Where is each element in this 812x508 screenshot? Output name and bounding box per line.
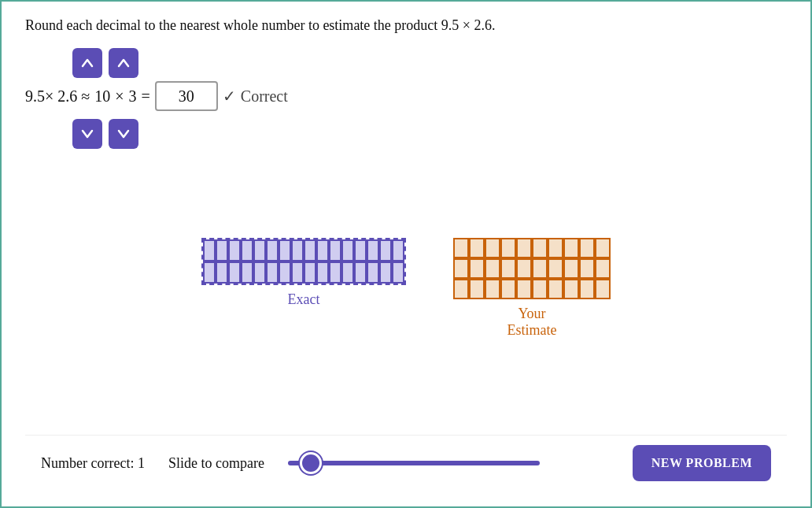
main-container: Round each decimal to the nearest whole … [2,2,810,506]
correct-text: Correct [241,87,288,106]
estimate-cell [548,279,563,299]
estimate-cell [532,279,548,299]
estimate-cell [579,238,595,258]
equals-symbol: = [142,87,150,106]
exact-cell [253,239,266,261]
estimate-cell [453,279,469,299]
down-btn-1[interactable] [72,119,102,149]
down-btn-2[interactable] [109,119,138,149]
new-problem-button[interactable]: NEW PROBLEM [633,445,771,481]
equation-left: 9.5× 2.6 ≈ [25,87,90,106]
value1: 10 [94,87,110,106]
equation-row: 9.5× 2.6 ≈ 10 × 3 = ✓ Correct [25,81,787,111]
down-buttons-row [72,119,787,149]
exact-cell [253,261,266,284]
exact-cell [316,239,329,261]
estimate-cell [579,279,595,299]
estimate-label: YourEstimate [507,306,557,339]
exact-cell [341,261,354,284]
answer-input[interactable] [155,81,218,111]
exact-cell [379,261,392,284]
estimate-cell [548,238,563,258]
estimate-cell [516,279,532,299]
estimate-grid [453,238,611,299]
question-text: Round each decimal to the nearest whole … [25,17,787,34]
exact-grid [201,238,406,285]
exact-cell [203,261,216,284]
up-btn-1[interactable] [72,48,102,78]
exact-cell [203,239,216,261]
exact-cell [304,261,316,284]
exact-cell [316,261,329,284]
estimate-cell [469,238,485,258]
estimate-cell [500,258,516,279]
compare-slider[interactable] [288,461,540,465]
exact-cell [291,239,304,261]
exact-cell [216,239,228,261]
estimate-cell [595,258,611,279]
estimate-cell [595,279,611,299]
exact-cell [341,239,354,261]
estimate-cell [500,238,516,258]
correct-label: ✓ Correct [223,87,288,106]
up-btn-2[interactable] [109,48,138,78]
exact-cell [279,261,291,284]
exact-cell [354,261,367,284]
exact-grid-container: Exact [201,238,406,308]
exact-cell [354,239,367,261]
exact-cell [216,261,228,284]
exact-cell [304,239,316,261]
exact-cell [379,239,392,261]
exact-label: Exact [288,291,320,308]
exact-cell [392,239,404,261]
exact-cell [329,239,341,261]
exact-cell [367,261,379,284]
estimate-cell [485,258,500,279]
times-symbol: × [115,87,124,106]
estimate-cell [500,279,516,299]
estimate-cell [563,279,579,299]
estimate-cell [453,258,469,279]
value2: 3 [129,87,137,106]
exact-cell [329,261,341,284]
bottom-bar: Number correct: 1 Slide to compare NEW P… [25,435,787,491]
checkmark-icon: ✓ [223,87,236,106]
estimate-cell [563,238,579,258]
estimate-cell [485,279,500,299]
estimate-cell [563,258,579,279]
number-correct: Number correct: 1 [41,455,145,472]
up-buttons-row [72,48,787,78]
estimate-cell [532,238,548,258]
estimate-cell [453,238,469,258]
estimate-cell [469,258,485,279]
exact-cell [392,261,404,284]
estimate-cell [548,258,563,279]
estimate-cell [469,279,485,299]
exact-cell [279,239,291,261]
exact-cell [266,239,279,261]
estimate-cell [532,258,548,279]
exact-cell [228,261,241,284]
slide-label: Slide to compare [168,455,264,472]
estimate-cell [485,238,500,258]
exact-cell [266,261,279,284]
exact-cell [367,239,379,261]
estimate-cell [579,258,595,279]
exact-cell [291,261,304,284]
estimate-cell [516,258,532,279]
estimate-cell [516,238,532,258]
grids-section: Exact YourEstimate [25,222,787,339]
estimate-grid-container: YourEstimate [453,238,611,339]
exact-cell [241,239,253,261]
estimate-cell [595,238,611,258]
exact-cell [241,261,253,284]
exact-cell [228,239,241,261]
slider-container [288,461,540,465]
